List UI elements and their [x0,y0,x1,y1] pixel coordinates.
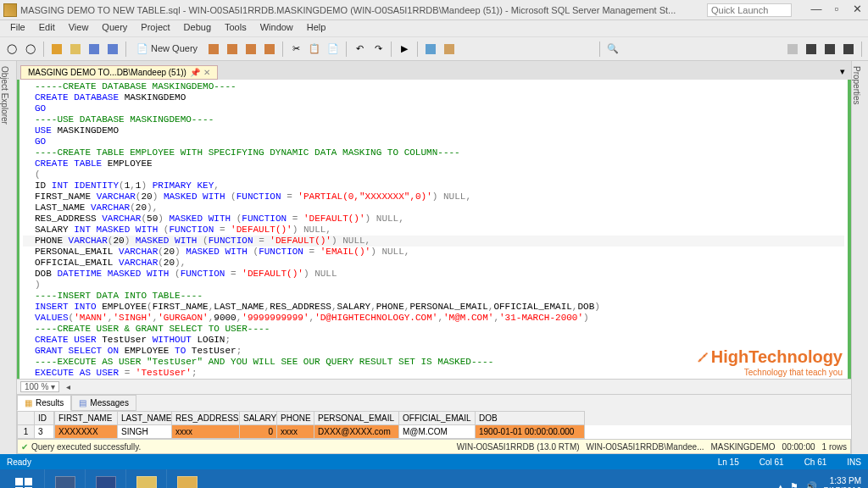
menu-help[interactable]: Help [300,20,333,36]
cell-id: 3 [34,425,54,439]
cell-res-address: xxxx [171,425,239,439]
undo-icon[interactable]: ↶ [351,41,368,58]
save-all-icon[interactable] [104,41,121,58]
tb-icon-1[interactable] [205,41,222,58]
cell-phone: xxxx [276,425,314,439]
tb-misc-icon[interactable] [441,41,458,58]
menu-tools[interactable]: Tools [218,20,253,36]
tb-right-3[interactable] [821,41,838,58]
cell-last-name: SINGH [117,425,171,439]
table-row[interactable]: 1 3 XXXXXXX SINGH xxxx 0 xxxx DXXX@XXXX.… [17,425,851,439]
document-tabs: MASGING DEMO TO...DB\Mandeep (51)) 📌 ✕ ▾ [17,61,851,80]
col-personal-email[interactable]: PERSONAL_EMAIL [314,411,398,425]
status-db: MASKINGDEMO [710,442,775,452]
status-ins: INS [847,458,861,467]
tab-results-label: Results [36,398,64,408]
col-id[interactable]: ID [34,411,54,425]
new-query-label: New Query [151,43,198,53]
status-bar-app: Ready Ln 15 Col 61 Ch 61 INS [0,454,868,469]
success-icon: ✔ [21,442,28,452]
col-phone[interactable]: PHONE [276,411,314,425]
tray-up-icon[interactable]: ▴ [778,481,783,489]
restore-button[interactable]: ▫ [829,4,844,16]
close-button[interactable]: ✕ [849,4,865,16]
tab-messages[interactable]: ▤ Messages [71,395,136,411]
minimize-button[interactable]: — [809,4,824,16]
menu-query[interactable]: Query [95,20,134,36]
menu-window[interactable]: Window [253,20,300,36]
tray-volume-icon[interactable]: 🔊 [805,481,817,489]
menu-bar: File Edit View Query Project Debug Tools… [0,20,868,37]
tab-results[interactable]: ▦ Results [17,395,71,411]
cell-personal-email: DXXX@XXXX.com [314,425,398,439]
status-rows: 1 rows [822,442,847,452]
toolbar: ◯ ◯ 📄 New Query ✂ 📋 📄 ↶ ↷ ▶ 🔍 [0,37,868,61]
cell-official-email: M@M.COM [398,425,475,439]
find-icon[interactable]: 🔍 [604,41,621,58]
tab-dropdown-icon[interactable]: ▾ [834,63,851,80]
new-query-button[interactable]: 📄 New Query [131,41,203,57]
nav-fwd-icon[interactable]: ◯ [22,41,39,58]
status-col: Col 61 [760,458,784,467]
redo-icon[interactable]: ↷ [370,41,387,58]
taskbar: ▴ ⚑ 🔊 1:33 PM 7/17/2016 [0,469,868,488]
quick-launch-input[interactable] [707,3,792,17]
menu-debug[interactable]: Debug [177,20,218,36]
debug-icon[interactable] [422,41,439,58]
zoom-dropdown[interactable]: 100 % ▾ [20,381,59,392]
object-explorer-panel[interactable]: Object Explorer [0,61,17,454]
tb-icon-2[interactable] [224,41,241,58]
results-grid: ID FIRST_NAME LAST_NAME RES_ADDRESS SALA… [17,411,851,439]
results-tabs: ▦ Results ▤ Messages [17,394,851,411]
tb-icon-3[interactable] [242,41,259,58]
status-server: WIN-O0SA5I1RRDB (13.0 RTM) [457,442,580,452]
menu-file[interactable]: File [3,20,32,36]
tb-right-1[interactable] [784,41,801,58]
menu-view[interactable]: View [62,20,96,36]
menu-edit[interactable]: Edit [32,20,62,36]
status-ln: Ln 15 [718,458,739,467]
cell-salary: 0 [239,425,276,439]
col-first-name[interactable]: FIRST_NAME [54,411,117,425]
col-last-name[interactable]: LAST_NAME [117,411,171,425]
col-official-email[interactable]: OFFICIAL_EMAIL [398,411,475,425]
connect-icon[interactable] [48,41,65,58]
col-res-address[interactable]: RES_ADDRESS [171,411,239,425]
properties-panel[interactable]: Properties [851,61,868,454]
save-icon[interactable] [86,41,103,58]
task-server-manager[interactable] [44,469,85,488]
copy-icon[interactable]: 📋 [306,41,323,58]
tb-right-2[interactable] [803,41,820,58]
start-button[interactable] [3,469,44,488]
execute-icon[interactable]: ▶ [396,41,413,58]
status-message: Query executed successfully. [31,442,141,452]
sql-code-editor[interactable]: -----CREATE DATABASE MASKINGDEMO----CREA… [17,80,851,379]
task-explorer[interactable] [125,469,166,488]
tb-icon-4[interactable] [261,41,278,58]
window-title: MASGING DEMO TO NEW TABLE.sql - WIN-O0SA… [20,5,707,15]
task-ssms[interactable] [166,469,207,488]
tab-messages-label: Messages [90,398,129,408]
task-powershell[interactable] [85,469,125,488]
status-time: 00:00:00 [782,442,815,452]
menu-project[interactable]: Project [134,20,176,36]
tb-right-4[interactable] [840,41,857,58]
close-tab-icon[interactable]: ✕ [203,68,210,77]
pin-icon[interactable]: 📌 [190,68,200,77]
nav-back-icon[interactable]: ◯ [3,41,20,58]
status-ch: Ch 61 [804,458,827,467]
status-bar-query: ✔ Query executed successfully. WIN-O0SA5… [17,439,851,454]
open-icon[interactable] [67,41,84,58]
zoom-bar: 100 % ▾ ◂ [17,379,851,394]
cell-first-name: XXXXXXX [54,425,117,439]
col-salary[interactable]: SALARY [239,411,276,425]
col-dob[interactable]: DOB [475,411,585,425]
cut-icon[interactable]: ✂ [287,41,304,58]
system-tray: ▴ ⚑ 🔊 1:33 PM 7/17/2016 [778,476,865,488]
tray-flag-icon[interactable]: ⚑ [790,481,798,489]
tray-clock[interactable]: 1:33 PM 7/17/2016 [824,476,862,488]
col-rownum[interactable] [17,411,34,425]
doc-tab-active[interactable]: MASGING DEMO TO...DB\Mandeep (51)) 📌 ✕ [20,65,218,80]
tray-time: 1:33 PM [824,476,862,486]
paste-icon[interactable]: 📄 [325,41,342,58]
